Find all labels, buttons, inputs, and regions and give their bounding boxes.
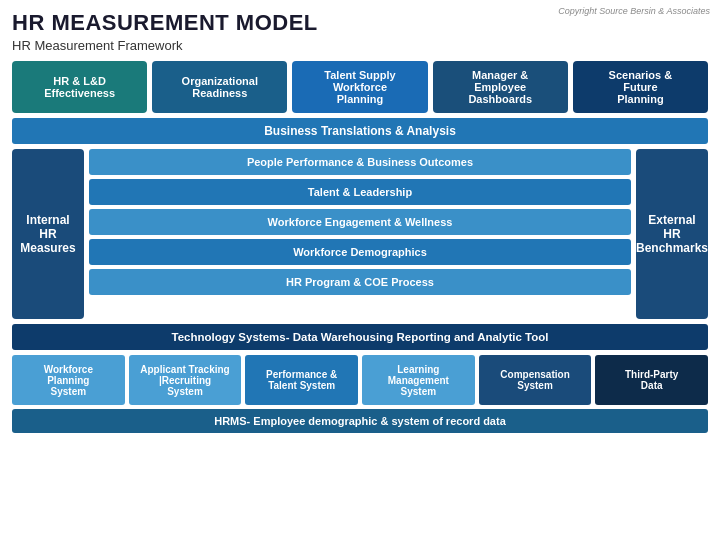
system-box-1: Applicant Tracking|RecruitingSystem <box>129 355 242 405</box>
systems-row: WorkforcePlanningSystemApplicant Trackin… <box>12 355 708 405</box>
hrms-bar: HRMS- Employee demographic & system of r… <box>12 409 708 433</box>
middle-bar-2: Workforce Engagement & Wellness <box>89 209 631 235</box>
copyright-text: Copyright Source Bersin & Associates <box>558 6 710 16</box>
middle-bars: People Performance & Business OutcomesTa… <box>89 149 631 319</box>
system-box-5: Third-PartyData <box>595 355 708 405</box>
middle-bar-0: People Performance & Business Outcomes <box>89 149 631 175</box>
middle-section: InternalHRMeasures People Performance & … <box>12 149 708 319</box>
category-box-1: OrganizationalReadiness <box>152 61 287 113</box>
system-box-4: CompensationSystem <box>479 355 592 405</box>
middle-bar-1: Talent & Leadership <box>89 179 631 205</box>
category-box-3: Manager &EmployeeDashboards <box>433 61 568 113</box>
subtitle: HR Measurement Framework <box>12 38 708 53</box>
system-box-3: LearningManagementSystem <box>362 355 475 405</box>
middle-bar-3: Workforce Demographics <box>89 239 631 265</box>
category-row: HR & L&DEffectivenessOrganizationalReadi… <box>12 61 708 113</box>
system-box-0: WorkforcePlanningSystem <box>12 355 125 405</box>
technology-systems-bar: Technology Systems- Data Warehousing Rep… <box>12 324 708 350</box>
business-translations-bar: Business Translations & Analysis <box>12 118 708 144</box>
category-box-4: Scenarios &FuturePlanning <box>573 61 708 113</box>
middle-bar-4: HR Program & COE Process <box>89 269 631 295</box>
external-hr-benchmarks-label: ExternalHRBenchmarks <box>636 149 708 319</box>
page: Copyright Source Bersin & Associates HR … <box>0 0 720 540</box>
system-box-2: Performance &Talent System <box>245 355 358 405</box>
category-box-2: Talent SupplyWorkforcePlanning <box>292 61 427 113</box>
internal-hr-measures-label: InternalHRMeasures <box>12 149 84 319</box>
category-box-0: HR & L&DEffectiveness <box>12 61 147 113</box>
